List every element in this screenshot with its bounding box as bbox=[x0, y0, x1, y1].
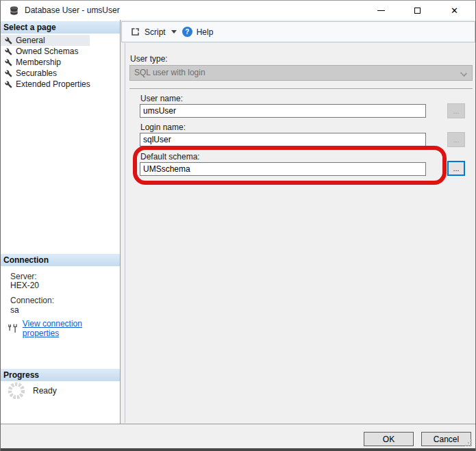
titlebar: Database User - umsUser ✕ bbox=[1, 1, 475, 20]
script-dropdown-caret-icon[interactable] bbox=[171, 30, 177, 34]
login-name-browse-button: ... bbox=[447, 132, 465, 147]
progress-spinner-icon bbox=[7, 381, 26, 400]
sidebar-item-membership[interactable]: Membership bbox=[1, 57, 120, 68]
resize-grip[interactable] bbox=[464, 439, 473, 447]
connection-properties-icon bbox=[8, 324, 19, 333]
help-button-label: Help bbox=[197, 27, 214, 37]
progress-status: Ready bbox=[33, 386, 57, 396]
sidebar-item-label: Securables bbox=[16, 68, 57, 78]
database-icon bbox=[9, 5, 19, 16]
minimize-icon bbox=[377, 10, 385, 11]
help-icon: ? bbox=[182, 27, 192, 37]
server-label: Server: bbox=[10, 272, 37, 281]
sidebar-item-label: Extended Properties bbox=[16, 79, 90, 89]
default-schema-input[interactable] bbox=[140, 162, 426, 176]
help-button[interactable]: ? Help bbox=[177, 24, 219, 40]
wrench-icon bbox=[5, 81, 12, 88]
user-type-value: SQL user with login bbox=[134, 68, 205, 77]
login-name-input[interactable] bbox=[140, 133, 426, 146]
script-button[interactable]: Script bbox=[122, 24, 170, 40]
sidebar-item-owned-schemas[interactable]: Owned Schemas bbox=[1, 46, 120, 57]
maximize-button[interactable] bbox=[402, 1, 433, 20]
window-bottom-edge bbox=[1, 448, 476, 451]
main-panel: Script ? Help User type: SQL user with l… bbox=[121, 20, 476, 424]
user-type-label: User type: bbox=[130, 54, 168, 64]
view-connection-properties-link[interactable]: View connection properties bbox=[23, 319, 120, 338]
connection-label: Connection: bbox=[10, 296, 54, 305]
close-button[interactable]: ✕ bbox=[439, 1, 470, 20]
sidebar: Select a page General Owned Schemas Memb… bbox=[1, 20, 121, 424]
wrench-icon bbox=[5, 37, 12, 44]
sidebar-item-label: General bbox=[16, 36, 45, 45]
footer: OK Cancel bbox=[1, 424, 475, 449]
maximize-icon bbox=[414, 8, 421, 14]
sidebar-item-label: Owned Schemas bbox=[16, 47, 78, 56]
connection-value: sa bbox=[10, 305, 19, 315]
wrench-icon bbox=[5, 59, 12, 66]
separator bbox=[129, 88, 473, 89]
sidebar-item-securables[interactable]: Securables bbox=[1, 68, 120, 79]
content-panel-edge bbox=[125, 43, 125, 423]
user-type-dropdown: SQL user with login bbox=[129, 65, 473, 81]
user-name-input[interactable] bbox=[140, 104, 426, 118]
window-title: Database User - umsUser bbox=[25, 5, 120, 15]
wrench-icon bbox=[5, 48, 12, 55]
toolbar: Script ? Help bbox=[121, 21, 475, 42]
connection-header: Connection bbox=[1, 254, 120, 266]
sidebar-item-extended-properties[interactable]: Extended Properties bbox=[1, 79, 120, 90]
sidebar-item-label: Membership bbox=[16, 57, 61, 67]
chevron-down-icon bbox=[460, 70, 467, 77]
close-icon: ✕ bbox=[451, 6, 458, 15]
user-name-browse-button: ... bbox=[447, 103, 465, 118]
select-a-page-header: Select a page bbox=[1, 21, 120, 34]
script-button-label: Script bbox=[145, 27, 166, 37]
ok-button[interactable]: OK bbox=[364, 432, 414, 446]
default-schema-browse-button[interactable]: ... bbox=[447, 161, 465, 176]
script-icon bbox=[130, 27, 140, 37]
login-name-label: Login name: bbox=[140, 123, 186, 132]
progress-header: Progress bbox=[1, 369, 120, 381]
sidebar-item-general[interactable]: General bbox=[1, 35, 90, 46]
minimize-button[interactable] bbox=[366, 1, 397, 20]
default-schema-label: Default schema: bbox=[140, 152, 200, 162]
user-name-label: User name: bbox=[140, 94, 183, 103]
database-user-dialog: Database User - umsUser ✕ Select a page … bbox=[0, 0, 476, 451]
server-value: HEX-20 bbox=[10, 281, 39, 290]
view-connection-properties-row: View connection properties bbox=[8, 319, 120, 338]
wrench-icon bbox=[5, 70, 12, 77]
